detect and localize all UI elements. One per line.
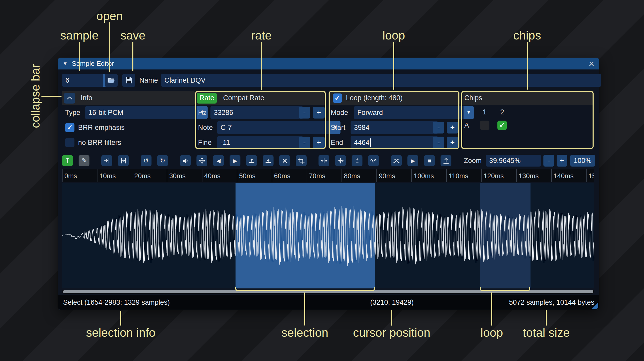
- timeline-tick: 140ms: [551, 169, 574, 182]
- chip-1a-checkbox[interactable]: [480, 121, 489, 130]
- zoom-increment-button[interactable]: +: [557, 155, 567, 167]
- fade-out-button[interactable]: ▶: [230, 155, 240, 166]
- create-wavetable-button[interactable]: [441, 155, 451, 166]
- zoom-reset-button[interactable]: 100%: [570, 155, 595, 167]
- fine-input[interactable]: -11: [217, 136, 303, 149]
- annotation-rate: rate: [251, 28, 271, 42]
- normalize-button[interactable]: [196, 155, 207, 166]
- preview-button[interactable]: ▶: [407, 155, 418, 166]
- loop-header-label: Loop (length: 480): [346, 94, 403, 102]
- cursor-position-text: (3210, 19429): [370, 295, 414, 310]
- check-icon: ✓: [67, 123, 73, 132]
- invert-icon: [337, 157, 344, 164]
- rate-header-row: Rate Compat Rate: [195, 91, 326, 105]
- selection-info-text: Select (1654-2983: 1329 samples): [63, 295, 170, 310]
- no-brr-filters-checkbox[interactable]: [65, 138, 74, 147]
- rate-section: Rate Compat Rate Hz 33286 - + Note C-7 ▼…: [195, 91, 326, 149]
- timeline-tick: 50ms: [237, 169, 256, 182]
- name-label: Name: [139, 74, 158, 87]
- ibeam-cursor-icon: I: [66, 157, 69, 164]
- resample-button[interactable]: [118, 155, 129, 166]
- crossfade-button[interactable]: [391, 155, 402, 166]
- end-decrement-button[interactable]: -: [433, 137, 444, 148]
- fine-value: -11: [221, 139, 230, 147]
- timeline-tick: 30ms: [167, 169, 186, 182]
- undo-button[interactable]: ↺: [141, 155, 151, 166]
- filter-button[interactable]: [368, 155, 379, 166]
- brr-emphasis-checkbox[interactable]: ✓: [65, 123, 74, 132]
- timeline-tick: 90ms: [376, 169, 395, 182]
- timeline-tick: 120ms: [481, 169, 504, 182]
- chip-2a-checkbox[interactable]: ✓: [497, 121, 507, 130]
- apply-silence-button[interactable]: [263, 155, 274, 166]
- hz-increment-button[interactable]: +: [313, 107, 325, 119]
- timeline-tick: 70ms: [307, 169, 325, 182]
- sign-invert-button[interactable]: [352, 155, 362, 166]
- chips-header-row: Chips: [461, 91, 594, 105]
- timeline-tick: 60ms: [272, 169, 291, 182]
- timeline-tick: 40ms: [202, 169, 221, 182]
- timeline-ruler: 0ms10ms20ms30ms40ms50ms60ms70ms80ms90ms1…: [62, 169, 594, 182]
- end-increment-button[interactable]: +: [447, 137, 458, 148]
- mode-label: Mode: [331, 106, 348, 119]
- loop-checkbox[interactable]: ✓: [333, 93, 342, 103]
- invert-button[interactable]: [335, 155, 346, 166]
- loop-end-input[interactable]: 4464: [351, 136, 438, 149]
- chips-leader-line: [527, 42, 528, 90]
- loop-start-input[interactable]: 3984: [351, 121, 438, 134]
- hz-input[interactable]: 33286: [210, 106, 303, 119]
- filter-wave-icon: [370, 157, 377, 164]
- fine-increment-button[interactable]: +: [313, 137, 325, 148]
- redo-button[interactable]: ↻: [157, 155, 168, 166]
- hz-value: 33286: [214, 109, 233, 117]
- info-header-label: Info: [81, 94, 92, 102]
- type-combo[interactable]: 16-bit PCM ▼: [85, 106, 208, 119]
- save-button[interactable]: [122, 74, 135, 87]
- name-input[interactable]: Clarinet DQV: [161, 74, 601, 87]
- loop-end-value: 4464: [354, 139, 369, 147]
- insert-silence-button[interactable]: [246, 155, 257, 166]
- scrollbar-thumb[interactable]: [63, 290, 593, 293]
- fine-decrement-button[interactable]: -: [299, 137, 310, 148]
- collapse-window-icon[interactable]: ▼: [63, 61, 68, 67]
- titlebar[interactable]: ▼ Sample Editor ×: [58, 58, 599, 69]
- close-button[interactable]: ×: [589, 59, 594, 69]
- loop-header-row: ✓ Loop (length: 480): [329, 91, 460, 105]
- start-decrement-button[interactable]: -: [433, 122, 444, 134]
- trim-button[interactable]: [296, 155, 307, 166]
- waveform-area[interactable]: [62, 183, 594, 288]
- resize-grip[interactable]: [592, 302, 598, 309]
- resize-button[interactable]: [101, 155, 112, 166]
- annotation-save: save: [120, 28, 145, 42]
- total-size-text: 5072 samples, 10144 bytes: [509, 295, 594, 310]
- cursor-position-leader-line: [391, 310, 392, 326]
- delete-button[interactable]: [279, 155, 290, 166]
- collapse-info-button[interactable]: [64, 93, 75, 104]
- select-tool-button[interactable]: I: [62, 155, 73, 166]
- insert-silence-icon: [248, 157, 255, 164]
- annotation-sample: sample: [60, 28, 99, 42]
- waveform-canvas[interactable]: [62, 183, 594, 288]
- zoom-input[interactable]: 39.9645%: [486, 155, 541, 167]
- open-button[interactable]: [105, 74, 118, 87]
- start-increment-button[interactable]: +: [447, 122, 458, 134]
- open-leader-line: [109, 22, 110, 72]
- reverse-button[interactable]: [319, 155, 329, 166]
- start-label: Start: [331, 121, 345, 134]
- amplify-button[interactable]: [180, 155, 191, 166]
- hz-decrement-button[interactable]: -: [299, 107, 310, 119]
- zoom-decrement-button[interactable]: -: [543, 155, 554, 167]
- draw-tool-button[interactable]: ✎: [79, 155, 89, 166]
- note-combo[interactable]: C-7 ▼: [217, 121, 340, 134]
- annotation-selection-info: selection info: [86, 326, 156, 340]
- rate-mode-button[interactable]: Rate: [197, 93, 217, 104]
- waveform-scrollbar[interactable]: [62, 290, 594, 294]
- mode-combo[interactable]: Forward ▼: [354, 106, 474, 119]
- annotation-chips: chips: [513, 28, 541, 42]
- status-bar: Select (1654-2983: 1329 samples) (3210, …: [58, 295, 599, 310]
- fade-in-button[interactable]: ◀: [213, 155, 224, 166]
- scene: ▼ Sample Editor × 6 ▼ Name Clarinet DQ: [0, 0, 644, 361]
- stop-preview-button[interactable]: ■: [424, 155, 435, 166]
- rate-header-label: Compat Rate: [223, 94, 264, 102]
- type-value: 16-bit PCM: [88, 109, 123, 117]
